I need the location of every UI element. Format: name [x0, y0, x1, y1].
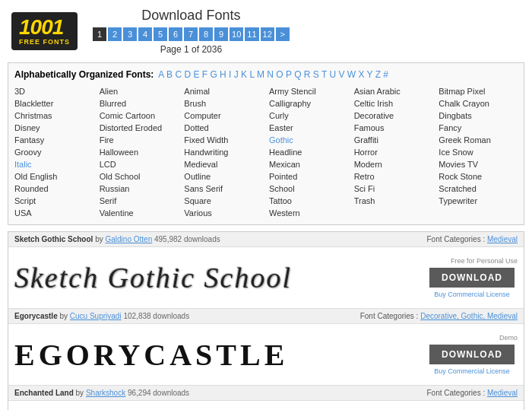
font-entry-header: Egorycastle by Cucu Supriyadi 102,838 do… [8, 309, 524, 324]
alpha-link-M[interactable]: M [257, 69, 267, 80]
font-category-item: Animal [184, 86, 263, 97]
page-btn-3[interactable]: 3 [123, 27, 137, 41]
font-category-item: Fire [100, 135, 179, 145]
font-category-item: 3D [14, 86, 93, 97]
alpha-link-S[interactable]: S [313, 69, 321, 80]
font-category-item: Typewriter [439, 195, 518, 206]
font-category-item: Calligraphy [269, 98, 348, 109]
font-entry-meta-left: Enchanted Land by Sharkshock 96,294 down… [14, 389, 189, 397]
alpha-link-U[interactable]: U [329, 69, 338, 80]
alpha-link-D[interactable]: D [184, 69, 193, 80]
alpha-link-G[interactable]: G [210, 69, 220, 80]
buy-commercial-link[interactable]: Buy Commercial License [434, 367, 510, 375]
page-btn-11[interactable]: 11 [245, 27, 258, 41]
font-category-item: Script [14, 195, 93, 206]
next-page-btn[interactable]: > [276, 27, 290, 41]
alpha-link-L[interactable]: L [249, 69, 257, 80]
site-logo[interactable]: 1001 FREE FONTS [11, 12, 78, 50]
font-license-label: Free for Personal Use [451, 257, 518, 265]
alpha-link-X[interactable]: X [358, 69, 366, 80]
alpha-link-H[interactable]: H [220, 69, 229, 80]
alpha-link-N[interactable]: N [267, 69, 276, 80]
alpha-link-Z[interactable]: Z [375, 69, 384, 80]
page-btn-7[interactable]: 7 [184, 27, 198, 41]
font-author-link[interactable]: Sharkshock [86, 389, 125, 397]
font-category-item: Computer [184, 110, 263, 121]
alpha-link-R[interactable]: R [304, 69, 313, 80]
font-category-item: Army Stencil [269, 86, 348, 97]
font-listings: Sketch Gothic School by Galdino Otten 49… [8, 231, 524, 410]
page-btn-9[interactable]: 9 [214, 27, 228, 41]
alpha-link-Q[interactable]: Q [294, 69, 304, 80]
font-category-item: Mexican [269, 159, 348, 170]
font-category-item: Disney [14, 122, 93, 133]
font-category-item: Trash [354, 195, 433, 206]
page-btn-10[interactable]: 10 [230, 27, 243, 41]
page-btn-2[interactable]: 2 [108, 27, 122, 41]
page-info: Page 1 of 2036 [160, 44, 222, 55]
font-entry: Enchanted Land by Sharkshock 96,294 down… [8, 386, 524, 410]
egory-preview: EGORYCASTLE [14, 338, 288, 372]
font-category-link[interactable]: Decorative, Gothic, Medieval [420, 312, 518, 320]
font-name: Egorycastle [14, 312, 59, 320]
header-center: Download Fonts 123456789101112> Page 1 o… [93, 8, 290, 55]
font-category-link[interactable]: Medieval [487, 235, 518, 243]
page-btn-8[interactable]: 8 [199, 27, 213, 41]
font-entry-body: EGORYCASTLEDemoDOWNLOADBuy Commercial Li… [8, 324, 524, 385]
font-category-item: Blackletter [14, 98, 93, 109]
alpha-link-#[interactable]: # [383, 69, 388, 80]
font-entry: Egorycastle by Cucu Supriyadi 102,838 do… [8, 309, 524, 386]
font-category-link[interactable]: Medieval [487, 389, 518, 397]
alpha-link-A[interactable]: A [158, 69, 166, 80]
font-license-label: Demo [499, 334, 518, 342]
alpha-link-K[interactable]: K [241, 69, 249, 80]
font-preview: EGORYCASTLE [14, 337, 419, 373]
font-category-item: Retro [354, 171, 433, 182]
font-category-link-italic[interactable]: Italic [14, 160, 32, 169]
font-category-item: Famous [354, 122, 433, 133]
alpha-link-O[interactable]: O [276, 69, 286, 80]
buy-commercial-link[interactable]: Buy Commercial License [434, 291, 510, 298]
font-category-item: Serif [100, 195, 179, 206]
font-category-item: Graffiti [354, 135, 433, 145]
page-btn-4[interactable]: 4 [138, 27, 152, 41]
alpha-link-J[interactable]: J [234, 69, 241, 80]
font-category-item: Distorted Eroded [100, 122, 179, 133]
alpha-link-I[interactable]: I [229, 69, 234, 80]
font-category-item: Italic [14, 159, 93, 170]
font-entry: Sketch Gothic School by Galdino Otten 49… [8, 232, 524, 309]
alphabet-section: Alphabetically Organized Fonts: A B C D … [8, 62, 524, 225]
alpha-link-E[interactable]: E [193, 69, 201, 80]
page-btn-12[interactable]: 12 [261, 27, 274, 41]
alpha-link-P[interactable]: P [286, 69, 294, 80]
font-category-item: Chalk Crayon [439, 98, 518, 109]
alpha-link-C[interactable]: C [175, 69, 184, 80]
font-category-item: Ice Snow [439, 147, 518, 157]
font-by-label: by [95, 235, 105, 243]
font-category-item: Russian [100, 183, 179, 194]
download-button[interactable]: DOWNLOAD [429, 345, 515, 364]
font-entry-body [8, 401, 524, 410]
page-btn-6[interactable]: 6 [169, 27, 182, 41]
alpha-link-V[interactable]: V [338, 69, 347, 80]
alpha-link-T[interactable]: T [321, 69, 329, 80]
font-category-item: Christmas [14, 110, 93, 121]
font-category-item: Modern [354, 159, 433, 170]
font-category-item: Headline [269, 147, 348, 157]
alpha-link-B[interactable]: B [166, 69, 175, 80]
font-category-item: Brush [184, 98, 263, 109]
font-category-link-gothic[interactable]: Gothic [269, 135, 293, 145]
font-category-item: Medieval [184, 159, 263, 170]
alpha-link-Y[interactable]: Y [367, 69, 375, 80]
font-entry-meta-left: Egorycastle by Cucu Supriyadi 102,838 do… [14, 312, 189, 320]
font-category-item: Blurred [100, 98, 179, 109]
font-author-link[interactable]: Galdino Otten [105, 235, 152, 243]
font-author-link[interactable]: Cucu Supriyadi [70, 312, 122, 320]
alpha-link-W[interactable]: W [347, 69, 359, 80]
font-category-item: Horror [354, 147, 433, 157]
font-category-item [439, 208, 518, 218]
alpha-link-F[interactable]: F [202, 69, 211, 80]
page-btn-1[interactable]: 1 [93, 27, 106, 41]
page-btn-5[interactable]: 5 [154, 27, 167, 41]
download-button[interactable]: DOWNLOAD [429, 268, 515, 288]
